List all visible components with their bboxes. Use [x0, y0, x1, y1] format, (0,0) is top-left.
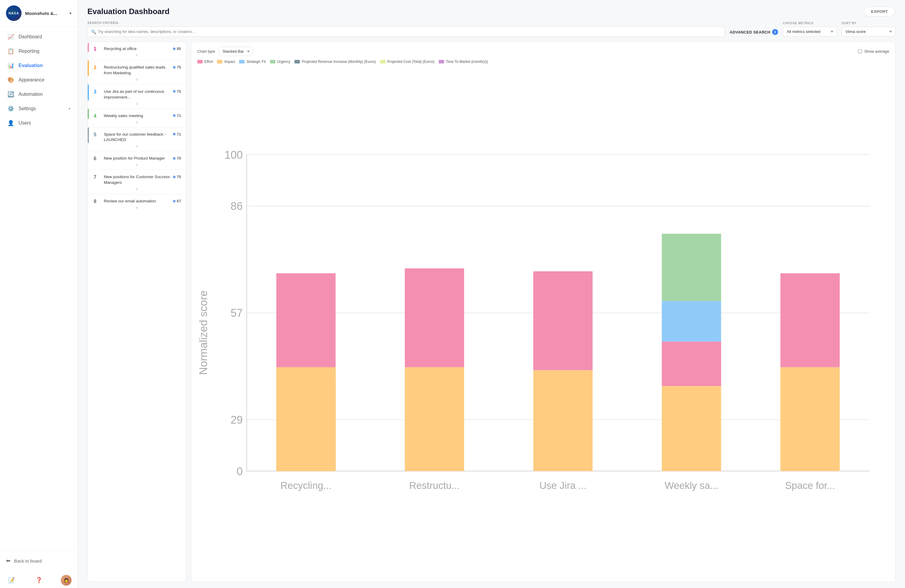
- show-average-label: Show average: [864, 49, 889, 54]
- idea-expand-icon[interactable]: ∨: [88, 100, 186, 109]
- idea-title: Restructuring qualified sales leads from…: [104, 65, 170, 76]
- main-content: Evaluation Dashboard EXPORT SEARCH CRITE…: [78, 0, 905, 588]
- sort-select[interactable]: Viima score: [841, 27, 895, 37]
- advanced-search-badge: 2: [772, 29, 778, 35]
- export-button[interactable]: EXPORT: [864, 6, 895, 16]
- sort-group: SORT BY Viima score: [841, 22, 895, 37]
- evaluation-icon: 📊: [7, 62, 14, 69]
- sidebar-item-appearance[interactable]: 🎨 Appearance: [0, 73, 78, 87]
- sidebar-item-settings[interactable]: ⚙️ Settings ▾: [0, 102, 78, 116]
- bar-group-2: [405, 268, 464, 471]
- appearance-icon: 🎨: [7, 77, 14, 83]
- sidebar: NASA Moonshots &... ▾ 📈 Dashboard 📋 Repo…: [0, 0, 78, 588]
- idea-expand-icon[interactable]: ∨: [88, 143, 186, 151]
- sidebar-item-evaluation[interactable]: 📊 Evaluation: [0, 58, 78, 73]
- idea-item-2: 2 Restructuring qualified sales leads fr…: [88, 60, 186, 85]
- idea-rank: 6: [94, 156, 101, 161]
- chart-legend: Effort Impact Strategic Fit Urgency: [197, 60, 889, 64]
- b3-impact: [533, 370, 592, 471]
- back-to-board-label: Back to board: [14, 558, 42, 563]
- advanced-search-button[interactable]: ADVANCED SEARCH 2: [730, 29, 778, 35]
- b5-effort: [781, 273, 840, 367]
- y-tick-0: 0: [237, 465, 243, 478]
- back-to-board-button[interactable]: ⬅ Back to board: [6, 555, 71, 566]
- search-input[interactable]: [87, 26, 725, 37]
- legend-time-to-market-label: Time To Market (month(s)): [446, 60, 488, 64]
- legend-impact-label: Impact: [224, 60, 235, 64]
- legend-proj-cost-label: Projected Cost (Total) (Euros): [387, 60, 435, 64]
- idea-expand-icon[interactable]: ∨: [88, 161, 186, 170]
- chart-type-label: Chart type: [197, 49, 215, 54]
- idea-score: ⊕75: [173, 89, 181, 94]
- search-wrapper: 🔍: [87, 26, 725, 37]
- idea-rank: 2: [94, 65, 101, 70]
- bar-group-1: [276, 273, 335, 471]
- sort-by-label: SORT BY: [841, 22, 895, 25]
- idea-expand-icon[interactable]: ∨: [88, 76, 186, 84]
- idea-score: ⊕80: [173, 46, 181, 51]
- sidebar-item-reporting[interactable]: 📋 Reporting: [0, 44, 78, 58]
- idea-item-3: 3 Use Jira as part of our continuous imp…: [88, 85, 186, 109]
- idea-score: ⊕71: [173, 113, 181, 118]
- idea-score: ⊕70: [173, 156, 181, 161]
- b4-strategic: [662, 301, 721, 341]
- filters-row: SEARCH CRITERIA 🔍 ADVANCED SEARCH 2 CHOO…: [87, 21, 895, 37]
- chart-type-select[interactable]: Stacked Bar: [219, 47, 253, 56]
- org-switcher[interactable]: NASA Moonshots &... ▾: [0, 0, 78, 27]
- idea-expand-icon[interactable]: ∨: [88, 204, 186, 213]
- idea-score: ⊕70: [173, 175, 181, 179]
- metrics-select[interactable]: All metrics selected: [783, 27, 837, 37]
- legend-strategic-fit-label: Strategic Fit: [246, 60, 265, 64]
- idea-expand-icon[interactable]: ∨: [88, 186, 186, 194]
- sidebar-item-automation[interactable]: 🔄 Automation: [0, 87, 78, 102]
- sidebar-item-users[interactable]: 👤 Users: [0, 116, 78, 130]
- b4-urgency: [662, 234, 721, 301]
- b1-impact: [276, 367, 335, 471]
- help-icon[interactable]: ❓: [33, 575, 44, 586]
- legend-effort-label: Effort: [205, 60, 213, 64]
- score-icon: ⊕: [173, 65, 176, 70]
- idea-rank: 1: [94, 46, 101, 52]
- idea-score: ⊕71: [173, 132, 181, 137]
- y-tick-29: 29: [231, 414, 243, 426]
- dashboard-icon: 📈: [7, 33, 14, 40]
- legend-impact: Impact: [217, 60, 235, 64]
- idea-rank: 3: [94, 89, 101, 95]
- idea-expand-icon[interactable]: ∨: [88, 119, 186, 127]
- reporting-icon: 📋: [7, 48, 14, 54]
- show-average-checkbox[interactable]: [858, 49, 862, 53]
- idea-title: New position for Product Manager: [104, 156, 170, 161]
- sidebar-item-label: Reporting: [19, 49, 70, 54]
- sidebar-footer: ⬅ Back to board: [0, 550, 78, 571]
- idea-score: ⊕75: [173, 65, 181, 70]
- idea-item-5: 5 Space for our customer feedback - LAUN…: [88, 127, 186, 152]
- settings-icon: ⚙️: [7, 105, 14, 112]
- search-criteria-group: SEARCH CRITERIA 🔍: [87, 21, 725, 37]
- x-label-2: Restructu...: [409, 480, 460, 491]
- idea-expand-icon[interactable]: ∨: [88, 52, 186, 60]
- b1-effort: [276, 273, 335, 367]
- idea-score: ⊕67: [173, 199, 181, 203]
- page-header: Evaluation Dashboard EXPORT: [78, 0, 905, 21]
- idea-item-8: 8 Review our email automation ⊕67 ∨: [88, 194, 186, 213]
- idea-rank: 4: [94, 113, 101, 119]
- sidebar-item-label: Settings: [19, 106, 68, 111]
- user-avatar[interactable]: 👩: [61, 575, 71, 586]
- bar-group-5: [781, 273, 840, 471]
- legend-strategic-fit: Strategic Fit: [239, 60, 265, 64]
- notes-icon[interactable]: 📝: [6, 575, 17, 586]
- idea-rank: 5: [94, 132, 101, 137]
- sidebar-nav: 📈 Dashboard 📋 Reporting 📊 Evaluation 🎨 A…: [0, 27, 78, 550]
- idea-rank: 7: [94, 175, 101, 180]
- metrics-group: CHOOSE METRICS All metrics selected: [783, 22, 837, 37]
- legend-proj-revenue: Projected Revenue Increase (Monthly) (Eu…: [294, 60, 376, 64]
- idea-rank: 8: [94, 199, 101, 204]
- search-criteria-label: SEARCH CRITERIA: [87, 21, 725, 25]
- choose-metrics-label: CHOOSE METRICS: [783, 22, 837, 25]
- legend-proj-cost-color: [380, 60, 386, 64]
- sidebar-item-dashboard[interactable]: 📈 Dashboard: [0, 30, 78, 44]
- idea-title: Weekly sales meeting: [104, 113, 170, 119]
- sidebar-item-label: Automation: [19, 92, 70, 97]
- sidebar-item-label: Evaluation: [19, 63, 70, 68]
- search-icon: 🔍: [91, 29, 96, 34]
